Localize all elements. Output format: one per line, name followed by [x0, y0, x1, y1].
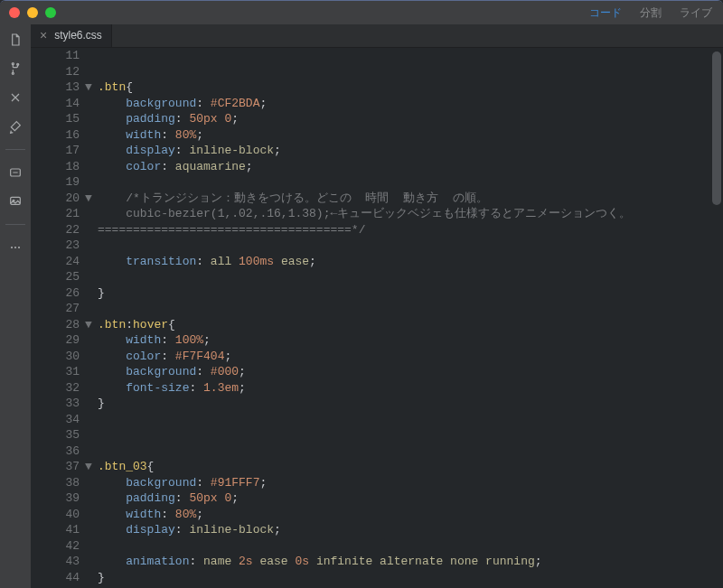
fold-gutter: ▼ ▼ ▼ ▼ ▼ ▼: [85, 48, 98, 588]
window-controls: [9, 7, 56, 18]
close-tab-icon[interactable]: ×: [40, 29, 47, 42]
zoom-window-button[interactable]: [45, 7, 56, 18]
code-content[interactable]: .btn{ background: #CF2BDA; padding: 50px…: [98, 48, 723, 588]
activity-separator: [5, 149, 25, 150]
editor-window: コード 分割 ライブ: [0, 0, 723, 588]
svg-point-6: [11, 247, 13, 248]
vertical-scrollbar[interactable]: [712, 51, 721, 584]
scrollbar-thumb[interactable]: [712, 51, 721, 205]
code-editor[interactable]: 11 12 13 14 15 16 17 18 19 20 21 22 23 2…: [31, 48, 723, 588]
svg-point-8: [18, 247, 20, 248]
activity-separator: [5, 224, 25, 225]
file-tab[interactable]: × style6.css: [31, 23, 112, 47]
activity-bar: [0, 24, 31, 588]
svg-point-7: [14, 247, 16, 248]
view-mode-split[interactable]: 分割: [640, 5, 662, 21]
paint-icon[interactable]: [7, 118, 23, 135]
merge-icon[interactable]: [7, 89, 23, 106]
close-window-button[interactable]: [9, 7, 20, 18]
view-mode-code[interactable]: コード: [589, 5, 622, 21]
branch-icon[interactable]: [7, 61, 23, 77]
window-body: × style6.css 11 12 13 14 15 16 17 18 19 …: [0, 24, 723, 588]
titlebar: コード 分割 ライブ: [0, 1, 723, 24]
editor-main: × style6.css 11 12 13 14 15 16 17 18 19 …: [31, 24, 723, 588]
files-icon[interactable]: [7, 32, 23, 48]
line-number-gutter: 11 12 13 14 15 16 17 18 19 20 21 22 23 2…: [31, 48, 85, 588]
tab-strip: × style6.css: [31, 24, 723, 48]
extension-icon[interactable]: [7, 164, 23, 181]
file-tab-label: style6.css: [54, 29, 102, 42]
minimize-window-button[interactable]: [27, 7, 38, 18]
preview-icon[interactable]: [7, 193, 23, 210]
more-icon[interactable]: [7, 239, 23, 256]
view-mode-switcher: コード 分割 ライブ: [589, 1, 712, 24]
view-mode-live[interactable]: ライブ: [680, 5, 712, 21]
